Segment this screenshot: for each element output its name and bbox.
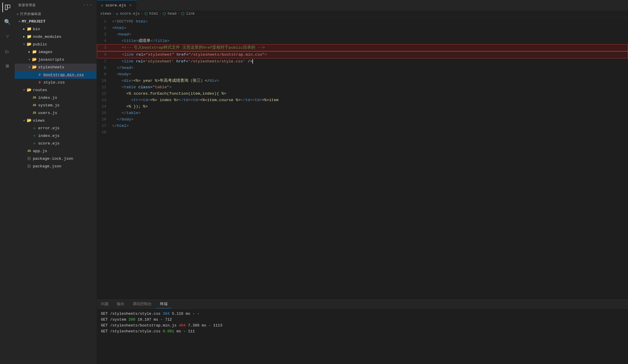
chevron-right-icon: ▶ (27, 49, 32, 55)
open-editors-label: 打开的编辑器 (20, 12, 41, 16)
terminal-rest: 10.197 ms - 712 (135, 317, 172, 322)
project-root[interactable]: ▾ MY_PROJECT (15, 18, 97, 25)
tree-item-stylesheets[interactable]: ▾ 📂 stylesheets (15, 64, 97, 71)
line-number: 14 (97, 103, 111, 110)
sidebar-title: 资源管理器 (18, 3, 36, 7)
ejs-icon: ◇ (32, 125, 37, 132)
file-label-score-ejs: score.ejs (38, 140, 60, 147)
tree-item-public[interactable]: ▾ 📂 public (15, 41, 97, 48)
file-label-system-js: system.js (38, 102, 60, 109)
line-content: <link rel='stylesheet' href='/stylesheet… (111, 58, 628, 65)
extensions-icon[interactable]: ⊞ (2, 61, 12, 71)
run-icon[interactable]: ▷ (2, 46, 12, 56)
breadcrumb-score-ejs[interactable]: score.ejs (120, 12, 140, 16)
line-content: </body> (111, 116, 628, 123)
tree-item-package-json[interactable]: ▶ {} package.json (15, 163, 97, 170)
source-control-icon[interactable]: ⑂ (2, 32, 12, 42)
tab-file-icon: ◇ (101, 3, 103, 8)
chevron-down-icon: ▾ (22, 118, 26, 124)
ejs-icon: ◇ (32, 133, 37, 139)
file-label-index-js: index.js (38, 95, 57, 101)
folder-label-javascripts: javascripts (38, 57, 64, 63)
folder-label-images: images (38, 49, 53, 55)
terminal-line-3: GET /stylesheets/bootstrap.min.js 404 7.… (101, 323, 624, 329)
code-container[interactable]: 1 <!DOCTYPE html> 2 <html> 3 <head> 4 <t… (97, 17, 628, 300)
line-content: <% }); %> (111, 103, 628, 110)
terminal-content[interactable]: GET /stylesheets/style.css 304 5.116 ms … (97, 309, 628, 364)
chevron-down-icon: ▾ (27, 57, 32, 63)
tree-item-system-js[interactable]: ▶ JS system.js (15, 102, 97, 109)
tree-item-style-css[interactable]: ▶ # style.css (15, 79, 97, 86)
panel-tab-problems[interactable]: 问题 (97, 300, 113, 308)
collapse-icon: ▾ (17, 18, 22, 25)
code-line-5: 5 <!-- 引入bootstrap样式文件 注意这里的href是相对于publ… (97, 44, 628, 51)
status-code: 304 (163, 312, 170, 316)
js-icon: JS (26, 148, 32, 154)
terminal-text: GET /stylesheets/style.css (101, 312, 163, 316)
search-icon[interactable]: 🔍 (2, 17, 12, 27)
line-number: 7 (97, 58, 111, 65)
tree-item-bin[interactable]: ▶ 📁 bin (15, 25, 97, 33)
panel-tab-debug-console[interactable]: 调试控制台 (129, 300, 156, 308)
line-number: 13 (97, 97, 111, 103)
tree-item-index-ejs[interactable]: ▶ ◇ index.ejs (15, 132, 97, 140)
tree-item-bootstrap-css[interactable]: ▶ # bootstrap.min.css (15, 71, 97, 79)
code-line-17: 17 </html> (97, 123, 628, 129)
tree-item-routes[interactable]: ▾ 📂 routes (15, 86, 97, 94)
tab-close-button[interactable]: × (128, 3, 132, 8)
status-code: 404 (179, 323, 185, 328)
code-line-10: 10 <div><%= year %>年高考成绩查询（张三）</div> (97, 78, 628, 84)
sidebar-menu-button[interactable]: ··· (83, 2, 93, 8)
file-label-package-lock-json: package-lock.json (33, 156, 73, 162)
css-icon: # (37, 72, 42, 78)
line-number: 10 (97, 78, 111, 84)
tree-item-views[interactable]: ▾ 📂 views (15, 117, 97, 125)
file-label-users-js: users.js (38, 110, 57, 116)
terminal-rest: 7.388 ms - 1113 (186, 323, 222, 328)
folder-label-public: public (33, 41, 47, 48)
terminal-text: GET /system (101, 317, 129, 322)
tree-item-error-ejs[interactable]: ▶ ◇ error.ejs (15, 125, 97, 132)
tree-item-javascripts[interactable]: ▾ 📂 javascripts (15, 56, 97, 64)
explorer-icon[interactable] (2, 2, 12, 12)
code-line-18: 18 (97, 129, 628, 136)
breadcrumb-html[interactable]: html (149, 12, 158, 16)
file-label-style-css: style.css (43, 79, 65, 86)
tree-item-score-ejs[interactable]: ▶ ◇ score.ejs (15, 140, 97, 147)
tree-item-images[interactable]: ▶ 📁 images (15, 48, 97, 56)
chevron-down-icon: ▾ (22, 87, 26, 93)
open-editors-toggle[interactable]: ▷ 打开的编辑器 (15, 11, 97, 17)
tree-item-package-lock-json[interactable]: ▶ {} package-lock.json (15, 155, 97, 163)
code-line-12: 12 <% scores.forEach(function(item,index… (97, 91, 628, 97)
line-number: 5 (97, 45, 111, 51)
line-content: <title>成绩单</title> (111, 38, 628, 44)
line-number: 11 (97, 84, 111, 91)
panel-tab-output[interactable]: 输出 (113, 300, 129, 308)
js-icon: JS (32, 110, 37, 116)
project-name: MY_PROJECT (22, 18, 45, 25)
breadcrumb-head[interactable]: head (168, 12, 176, 16)
code-line-1: 1 <!DOCTYPE html> (97, 18, 628, 25)
code-line-2: 2 <html> (97, 25, 628, 31)
tree-item-users-js[interactable]: ▶ JS users.js (15, 109, 97, 117)
code-line-9: 9 <body> (97, 71, 628, 78)
breadcrumb-link[interactable]: link (186, 12, 195, 16)
editor-area: 1 <!DOCTYPE html> 2 <html> 3 <head> 4 <t… (97, 17, 628, 364)
line-content: <tr><td><%= index %></td><td><%=item.cou… (111, 97, 628, 103)
code-line-6: 6 <link rel="stylesheet" href="/styleshe… (97, 51, 628, 58)
line-content: <% scores.forEach(function(item,index){ … (111, 91, 628, 97)
tree-item-app-js[interactable]: ▶ JS app.js (15, 147, 97, 155)
line-number: 15 (97, 110, 111, 116)
tree-item-node-modules[interactable]: ▶ 📁 node_modules (15, 33, 97, 41)
file-label-bootstrap-css: bootstrap.min.css (43, 72, 84, 78)
js-icon: JS (32, 95, 37, 101)
line-content (111, 129, 628, 136)
line-content: </html> (111, 123, 628, 129)
tree-item-index-js[interactable]: ▶ JS index.js (15, 94, 97, 102)
chevron-right-icon: ▶ (22, 26, 26, 33)
panel-tab-terminal[interactable]: 终端 (156, 300, 172, 308)
code-line-13: 13 <tr><td><%= index %></td><td><%=item.… (97, 97, 628, 103)
breadcrumb-views[interactable]: views (100, 12, 112, 16)
folder-icon: 📂 (32, 64, 37, 71)
tab-score-ejs[interactable]: ◇ score.ejs × (97, 0, 137, 11)
